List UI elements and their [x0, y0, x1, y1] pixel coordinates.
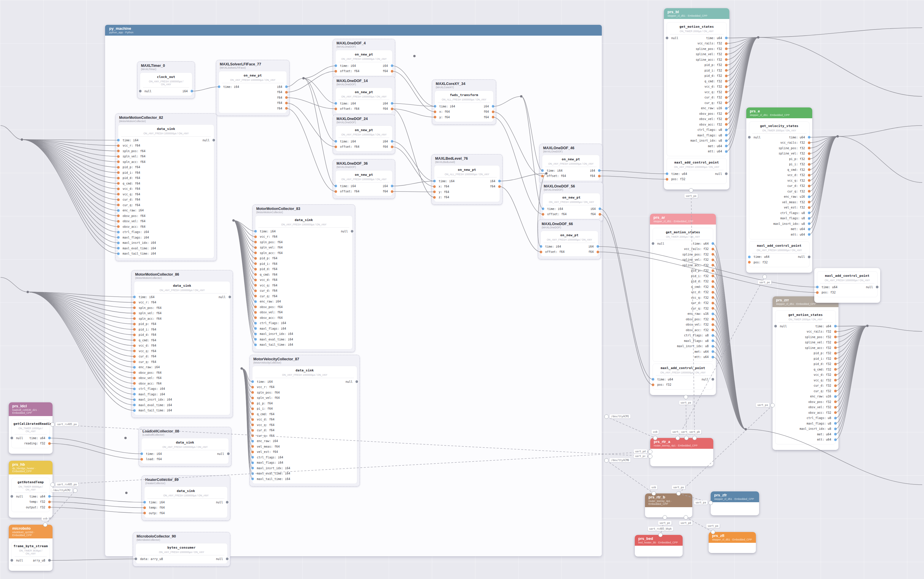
port-o4-out[interactable] [285, 107, 288, 110]
node-rtr_a[interactable]: prs_rtr_arouter_teensy_4p1 · Embedded_CP… [650, 438, 713, 466]
node-header[interactable]: prs_rtr_brouter_teensy_4p1 · Embedded_CP… [645, 494, 692, 507]
port-pid_d-in[interactable] [133, 334, 136, 336]
port-vcc_rails-out[interactable] [808, 141, 810, 144]
port-vcc_q-in[interactable] [133, 350, 136, 352]
port-null-out[interactable] [351, 230, 353, 233]
port-ctrl_flags-out[interactable] [808, 212, 810, 214]
port-o0-out[interactable] [48, 559, 51, 562]
serial-port-usb[interactable] [653, 436, 658, 440]
port-o0-out[interactable] [599, 208, 601, 210]
port-vcc_d-in[interactable] [117, 188, 120, 190]
port-null-in[interactable] [652, 242, 654, 245]
port-q_cmd-out[interactable] [725, 80, 728, 83]
port-time-in[interactable] [133, 296, 136, 298]
node-rtr_b[interactable]: prs_rtr_brouter_teensy_4p1 · Embedded_CP… [645, 494, 692, 517]
port-o0-out[interactable] [391, 65, 393, 67]
port-o0-out[interactable] [391, 185, 393, 188]
port-vcc_d-in[interactable] [254, 278, 257, 281]
port-time-in[interactable] [540, 245, 542, 248]
port-pid_i-in[interactable] [133, 328, 136, 331]
port-o0-out[interactable] [598, 169, 601, 172]
port-time-in[interactable] [816, 286, 819, 288]
port-obsv_pos-out[interactable] [834, 401, 837, 403]
port-maxl_insrt_idx-out[interactable] [834, 427, 837, 430]
port-obsv_acc-in[interactable] [254, 317, 257, 319]
port-y-in[interactable] [433, 191, 436, 193]
port-spln_acc-in[interactable] [254, 252, 257, 254]
port-o1-out[interactable] [391, 70, 393, 72]
port-output-out[interactable] [48, 506, 51, 509]
port-pi_i-in[interactable] [251, 407, 254, 410]
port-o2-out[interactable] [492, 116, 495, 119]
port-maxl_insrt_idx-in[interactable] [251, 467, 254, 469]
port-maxl_insrt_idx-out[interactable] [712, 345, 714, 347]
serial-port-uart-pe[interactable] [762, 275, 767, 279]
port-maxl_insrt_idx-out[interactable] [725, 139, 728, 142]
serial-port-usb[interactable] [652, 491, 656, 496]
port-null-in[interactable] [10, 495, 13, 498]
port-vcc_q-out[interactable] [834, 379, 837, 382]
serial-port--dev-ttyACM0[interactable] [604, 458, 609, 463]
port-cur_d-in[interactable] [117, 198, 120, 201]
port-cur_q-in[interactable] [133, 361, 136, 363]
node-zfl[interactable]: prs_zflstepper_cl_d51 · Embedded_CPP [709, 532, 756, 553]
port-met-out[interactable] [834, 433, 837, 436]
port-pos-in[interactable] [652, 383, 654, 386]
port-null-out[interactable] [226, 501, 229, 504]
port-maxl_flags-in[interactable] [117, 236, 120, 239]
port-maxl_insrt_idx-out[interactable] [808, 222, 810, 225]
port-mtt-out[interactable] [725, 150, 728, 153]
port-vcc_q-in[interactable] [254, 284, 257, 287]
node-prs_zrr[interactable]: prs_zrrstepper_cl_d51 · Embedded_CPPget_… [772, 296, 839, 450]
port-vcc_r-in[interactable] [251, 386, 254, 388]
port-ctrl_flags-in[interactable] [251, 456, 254, 459]
port-spln_vel-in[interactable] [117, 155, 120, 158]
serial-port-uart-pa[interactable] [689, 188, 694, 193]
port-null-in[interactable] [666, 37, 668, 39]
port-q_cmd-out[interactable] [712, 286, 714, 288]
port-reading-out[interactable] [48, 442, 51, 445]
port-time-in[interactable] [143, 501, 146, 504]
port-enc_raw-out[interactable] [725, 107, 728, 110]
port-time-out[interactable] [712, 242, 714, 245]
serial-port-uart-pb[interactable] [692, 436, 697, 440]
node-header[interactable]: prs_rtr_arouter_teensy_4p1 · Embedded_CP… [650, 438, 713, 449]
node-header[interactable]: prs_arstepper_cl_d51 · Embedded_CPP [650, 214, 716, 224]
port-q_cmd-in[interactable] [251, 413, 254, 415]
port-time-in[interactable] [335, 65, 337, 67]
port-o1-out[interactable] [391, 190, 393, 193]
port-spln_vel-in[interactable] [254, 246, 257, 249]
port-cur_d-out[interactable] [712, 302, 714, 304]
port-vcc_d-out[interactable] [808, 174, 810, 177]
port-null-out[interactable] [712, 378, 714, 381]
port-time-out[interactable] [48, 495, 51, 498]
node-header[interactable]: prs_zfrstepper_cl_d51 · Embedded_CPP [711, 491, 759, 502]
port-null-out[interactable] [808, 255, 810, 258]
port-vcc_r-in[interactable] [117, 144, 120, 147]
port-null-out[interactable] [876, 286, 878, 288]
port-spline_vel-out[interactable] [725, 53, 728, 56]
port-vcc_r-in[interactable] [133, 301, 136, 304]
port-offset-in[interactable] [335, 70, 337, 72]
port-time-in[interactable] [434, 105, 436, 108]
port-o0-out[interactable] [391, 140, 393, 143]
port-null-in[interactable] [139, 90, 142, 93]
port-obsv_acc-out[interactable] [725, 123, 728, 126]
port-o0-out[interactable] [391, 102, 393, 105]
node-cxy34[interactable]: MAXLCoreXY_34(MAXLCoreXY)fwds_transformO… [432, 79, 496, 125]
port-pi_i-out[interactable] [808, 163, 810, 165]
port-q_cmd-out[interactable] [834, 368, 837, 371]
port-time-in[interactable] [218, 85, 220, 88]
port-o1-out[interactable] [391, 146, 393, 148]
port-obsv_vel-out[interactable] [725, 118, 728, 120]
node-canvas[interactable]: py_machinepython_app · PythonMAXLTimer_0… [0, 0, 924, 579]
port-o3-out[interactable] [285, 101, 288, 104]
node-mmc83[interactable]: MotorMotionCollector_83(MotorMotionColle… [253, 204, 355, 352]
port-obsv_acc-in[interactable] [117, 226, 120, 228]
port-cur_d-in[interactable] [251, 429, 254, 432]
port-vcc_q-out[interactable] [712, 296, 714, 299]
serial-port-uart-pe[interactable] [676, 436, 680, 440]
node-mmc86[interactable]: MotorMotionCollector_86(MotorMotionColle… [131, 270, 233, 418]
node-s77[interactable]: MAXLSolverLFIFace_77(MAXLSolverLFIFace)o… [216, 60, 289, 116]
port-null-in[interactable] [774, 325, 777, 328]
